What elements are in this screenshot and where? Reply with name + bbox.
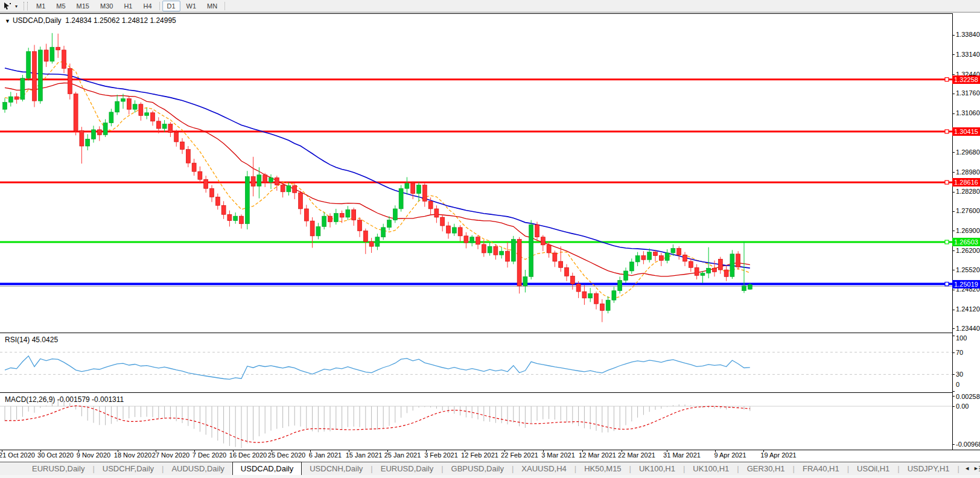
price-axis-label: 1.29680 xyxy=(956,148,980,156)
candle-body xyxy=(411,183,415,194)
rsi-chart-canvas[interactable] xyxy=(0,333,952,392)
price-tag-1.25019[interactable]: 1.25019 xyxy=(952,280,980,288)
tab-usoil-h1[interactable]: USOil,H1 xyxy=(849,462,897,475)
hline-handle[interactable] xyxy=(945,180,949,184)
candle-body xyxy=(50,47,54,61)
timeframe-button-w1[interactable]: W1 xyxy=(182,1,202,11)
rsi-axis-tick xyxy=(952,391,955,392)
price-tag-1.26503[interactable]: 1.26503 xyxy=(952,238,980,246)
macd-chart-canvas[interactable] xyxy=(0,392,952,450)
tab-uk100-h1[interactable]: UK100,H1 xyxy=(631,462,683,475)
hline-1.32258[interactable] xyxy=(0,78,952,80)
candle-body xyxy=(742,286,746,291)
candle-body xyxy=(180,142,185,150)
candle-body xyxy=(458,228,462,236)
price-tag-1.28616[interactable]: 1.28616 xyxy=(952,178,980,186)
candle-body xyxy=(33,51,37,101)
price-axis-tick xyxy=(952,113,955,114)
main-chart-canvas[interactable] xyxy=(0,13,952,333)
candle-body xyxy=(576,284,581,292)
candle-body xyxy=(600,304,604,310)
candle-body xyxy=(97,130,101,135)
tab-eurusd-daily[interactable]: EURUSD,Daily xyxy=(24,462,92,475)
macd-axis-label: -0.009687 xyxy=(956,441,980,448)
candle-body xyxy=(299,193,303,209)
tab-usdcnh-daily[interactable]: USDCNH,Daily xyxy=(302,462,371,475)
candle-body xyxy=(269,177,273,182)
ma-fast-line[interactable] xyxy=(5,62,750,299)
cursor-tool-dropdown-icon[interactable]: ▾ xyxy=(13,4,20,9)
candle-body xyxy=(168,124,173,133)
timeframe-button-h1[interactable]: H1 xyxy=(119,1,137,11)
chart-title-caret-icon[interactable]: ▼ xyxy=(5,18,10,24)
hline-1.25019[interactable] xyxy=(0,283,952,285)
rsi-axis-label: 30 xyxy=(956,371,963,378)
candle-body xyxy=(240,216,244,224)
tab-usdchf-daily[interactable]: USDCHF,Daily xyxy=(95,462,162,475)
toolbar-grip-handle[interactable] xyxy=(24,2,28,10)
candle-body xyxy=(3,102,7,109)
price-axis-label: 1.27600 xyxy=(956,207,980,214)
candle-body xyxy=(654,252,658,256)
price-tag-1.32258[interactable]: 1.32258 xyxy=(952,75,980,84)
hline-handle[interactable] xyxy=(945,282,949,286)
timeframe-button-m30[interactable]: M30 xyxy=(95,1,118,11)
candle-body xyxy=(659,256,663,261)
hline-1.30415[interactable] xyxy=(0,130,952,132)
candle-body xyxy=(340,213,344,217)
tab-hk50-m15[interactable]: HK50,M15 xyxy=(576,462,629,475)
candle-body xyxy=(293,186,297,193)
tab-usdcad-daily[interactable]: USDCAD,Daily xyxy=(232,462,302,475)
price-axis-label: 1.26900 xyxy=(956,227,980,234)
price-axis-label: 1.26200 xyxy=(956,247,980,254)
candle-body xyxy=(257,175,261,186)
candle-body xyxy=(251,177,255,186)
tab-ger30-h1[interactable]: GER30,H1 xyxy=(739,462,793,475)
candle-body xyxy=(500,251,504,255)
candle-body xyxy=(156,121,161,129)
candle-body xyxy=(363,231,368,241)
timeframe-button-m5[interactable]: M5 xyxy=(51,1,70,11)
date-axis-label: 31 Mar 2021 xyxy=(655,451,709,459)
rsi-line[interactable] xyxy=(5,356,750,380)
candle-body xyxy=(517,240,521,286)
candle-body xyxy=(381,228,386,237)
tab-xauusd-h4[interactable]: XAUUSD,H4 xyxy=(514,462,574,475)
tab-scroll-left-icon[interactable]: ◄ xyxy=(964,465,970,471)
candle-body xyxy=(695,267,699,275)
rsi-axis-label: 70 xyxy=(956,349,963,356)
timeframe-button-m15[interactable]: M15 xyxy=(72,1,94,11)
timeframe-button-h4[interactable]: H4 xyxy=(138,1,156,11)
candle-body xyxy=(80,130,84,146)
candle-body xyxy=(565,267,569,276)
candle-body xyxy=(316,226,320,235)
timeframe-button-d1[interactable]: D1 xyxy=(162,1,180,11)
candle-body xyxy=(346,209,350,217)
candle-body xyxy=(618,280,622,290)
price-axis-tick xyxy=(952,270,955,270)
price-tag-1.30415[interactable]: 1.30415 xyxy=(952,127,980,136)
candle-body xyxy=(263,175,267,182)
price-axis-tick xyxy=(952,310,955,310)
cursor-tool-icon[interactable] xyxy=(2,1,13,11)
candle-body xyxy=(151,113,155,121)
tab-gbpusd-daily[interactable]: GBPUSD,Daily xyxy=(444,462,512,475)
price-axis-label: 1.25520 xyxy=(956,266,980,273)
hline-handle[interactable] xyxy=(945,78,949,81)
candle-body xyxy=(588,293,593,298)
tab-scroll-right-icon[interactable]: ► xyxy=(973,465,979,471)
macd-axis-label: 0.00 xyxy=(956,403,969,410)
timeframe-button-m1[interactable]: M1 xyxy=(31,1,50,11)
tab-audusd-daily[interactable]: AUDUSD,Daily xyxy=(164,462,232,475)
price-axis-label: 1.33840 xyxy=(956,31,980,38)
timeframe-button-mn[interactable]: MN xyxy=(202,1,222,11)
tab-uk100-h1[interactable]: UK100,H1 xyxy=(685,462,737,475)
hline-1.28616[interactable] xyxy=(0,182,952,183)
hline-handle[interactable] xyxy=(945,130,949,133)
tab-eurusd-daily[interactable]: EURUSD,Daily xyxy=(373,462,441,475)
candle-body xyxy=(44,50,48,62)
candle-body xyxy=(121,98,126,101)
tab-fra40-h1[interactable]: FRA40,H1 xyxy=(795,462,847,475)
hline-handle[interactable] xyxy=(945,240,949,244)
tab-usdjpy-h1[interactable]: USDJPY,H1 xyxy=(900,462,958,475)
